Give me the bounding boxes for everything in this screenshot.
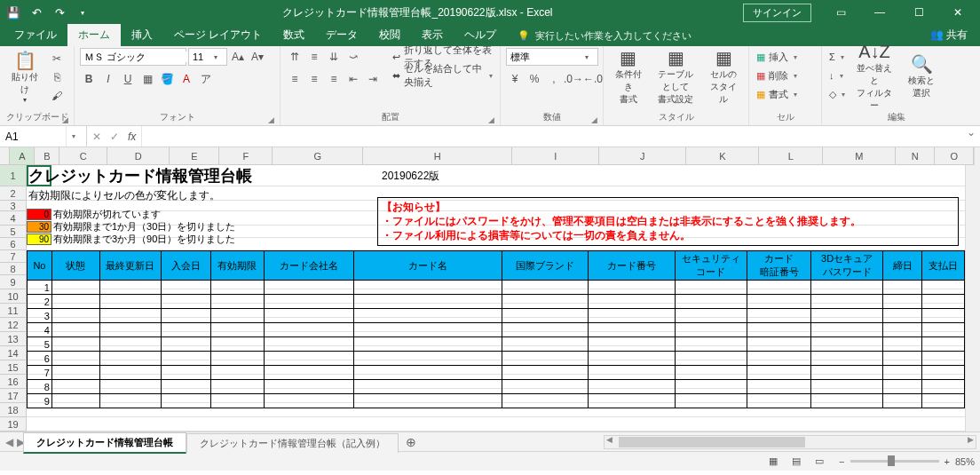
table-cell[interactable] — [810, 323, 883, 337]
table-cell[interactable] — [99, 394, 162, 408]
column-header[interactable]: K — [686, 147, 759, 165]
table-cell[interactable] — [589, 380, 675, 394]
tab-file[interactable]: ファイル — [4, 24, 67, 46]
scroll-right-icon[interactable]: ▶ — [968, 435, 974, 444]
table-cell[interactable] — [354, 309, 502, 323]
table-cell[interactable] — [51, 323, 99, 337]
table-cell[interactable] — [502, 380, 588, 394]
table-cell[interactable]: 4 — [28, 323, 52, 337]
table-cell[interactable] — [922, 281, 965, 295]
table-cell[interactable] — [589, 323, 675, 337]
table-cell[interactable] — [51, 309, 99, 323]
expand-formula-bar-icon[interactable]: ⌄ — [962, 126, 980, 146]
border-button[interactable]: ▦ — [138, 70, 156, 88]
table-cell[interactable] — [210, 380, 264, 394]
row-header[interactable]: 12 — [0, 318, 27, 332]
table-cell[interactable]: 3 — [28, 309, 52, 323]
table-cell[interactable] — [922, 366, 965, 380]
fill-color-button[interactable]: 🪣 — [158, 70, 176, 88]
zoom-level[interactable]: 85% — [955, 456, 975, 467]
table-cell[interactable] — [264, 380, 353, 394]
table-cell[interactable] — [502, 394, 588, 408]
formula-input[interactable] — [142, 126, 962, 146]
table-cell[interactable] — [264, 323, 353, 337]
column-header[interactable]: N — [896, 147, 935, 165]
signin-button[interactable]: サインイン — [743, 4, 811, 22]
table-cell[interactable] — [162, 281, 211, 295]
table-cell[interactable] — [747, 309, 811, 323]
table-cell[interactable] — [675, 380, 747, 394]
table-cell[interactable] — [589, 309, 675, 323]
number-launcher-icon[interactable]: ◢ — [591, 115, 597, 124]
zoom-out-button[interactable]: − — [839, 456, 844, 467]
row-header[interactable]: 1 — [0, 165, 27, 186]
table-cell[interactable] — [264, 309, 353, 323]
table-cell[interactable] — [810, 366, 883, 380]
table-cell[interactable] — [810, 394, 883, 408]
table-cell[interactable] — [354, 337, 502, 352]
align-right-button[interactable]: ≡ — [325, 70, 343, 88]
table-cell[interactable] — [589, 337, 675, 352]
row-header[interactable]: 10 — [0, 289, 27, 304]
table-cell[interactable] — [922, 380, 965, 394]
zoom-in-button[interactable]: + — [944, 456, 950, 467]
tell-me[interactable]: 💡 実行したい作業を入力してください — [507, 26, 702, 46]
font-name-combo[interactable]: ▾ — [80, 48, 186, 66]
table-cell[interactable] — [922, 337, 965, 352]
table-cell[interactable] — [162, 323, 211, 337]
table-cell[interactable] — [264, 337, 353, 352]
name-box-dropdown-icon[interactable]: ▾ — [66, 126, 80, 146]
row-header[interactable]: 16 — [0, 375, 27, 389]
copy-button[interactable]: ⎘ — [48, 68, 66, 86]
cut-button[interactable]: ✂ — [48, 50, 66, 67]
row-header[interactable]: 11 — [0, 304, 27, 318]
clear-button[interactable]: ◇▾ — [827, 85, 847, 103]
share-button[interactable]: 👥 共有 — [918, 24, 980, 46]
table-cell[interactable] — [210, 394, 264, 408]
table-cell[interactable] — [675, 281, 747, 295]
row-header[interactable]: 9 — [0, 275, 27, 289]
table-cell[interactable] — [747, 323, 811, 337]
align-bottom-button[interactable]: ⇊ — [325, 48, 343, 66]
table-cell[interactable] — [99, 295, 162, 309]
row-header[interactable]: 13 — [0, 332, 27, 346]
table-cell[interactable] — [675, 394, 747, 408]
table-cell[interactable] — [589, 295, 675, 309]
table-cell[interactable] — [747, 366, 811, 380]
table-cell[interactable] — [354, 352, 502, 366]
horizontal-scrollbar[interactable]: ◀ ▶ — [604, 435, 976, 449]
tab-insert[interactable]: 挿入 — [121, 24, 163, 46]
table-cell[interactable] — [502, 323, 588, 337]
table-cell[interactable]: 5 — [28, 337, 52, 352]
table-cell[interactable] — [502, 337, 588, 352]
find-select-button[interactable]: 🔍検索と 選択 — [902, 48, 941, 107]
indent-inc-button[interactable]: ⇥ — [364, 70, 382, 88]
table-cell[interactable] — [883, 337, 922, 352]
table-cell[interactable] — [747, 295, 811, 309]
table-cell[interactable] — [264, 366, 353, 380]
table-cell[interactable] — [747, 352, 811, 366]
table-cell[interactable] — [675, 323, 747, 337]
table-cell[interactable] — [675, 352, 747, 366]
table-cell[interactable] — [210, 366, 264, 380]
table-cell[interactable] — [210, 323, 264, 337]
number-format-combo[interactable]: ▾ — [506, 48, 598, 66]
table-cell[interactable] — [99, 309, 162, 323]
conditional-format-button[interactable]: ▦条件付き 書式 — [609, 48, 647, 107]
table-cell[interactable] — [99, 366, 162, 380]
table-cell[interactable] — [922, 323, 965, 337]
autosum-button[interactable]: Σ▾ — [827, 48, 847, 66]
ribbon-options-icon[interactable]: ▭ — [822, 0, 859, 25]
column-header[interactable]: I — [512, 147, 599, 165]
fill-button[interactable]: ↓▾ — [827, 67, 847, 84]
table-cell[interactable]: 7 — [28, 366, 52, 380]
vertical-scrollbar[interactable] — [965, 165, 980, 431]
row-header[interactable]: 8 — [0, 263, 27, 275]
table-cell[interactable] — [162, 394, 211, 408]
scroll-left-icon[interactable]: ◀ — [606, 435, 612, 444]
align-top-button[interactable]: ⇈ — [286, 48, 304, 66]
format-cells-button[interactable]: ▦書式▾ — [755, 85, 799, 103]
row-header[interactable]: 5 — [0, 226, 27, 238]
table-cell[interactable] — [210, 352, 264, 366]
inc-decimal-button[interactable]: .0→ — [565, 70, 582, 88]
